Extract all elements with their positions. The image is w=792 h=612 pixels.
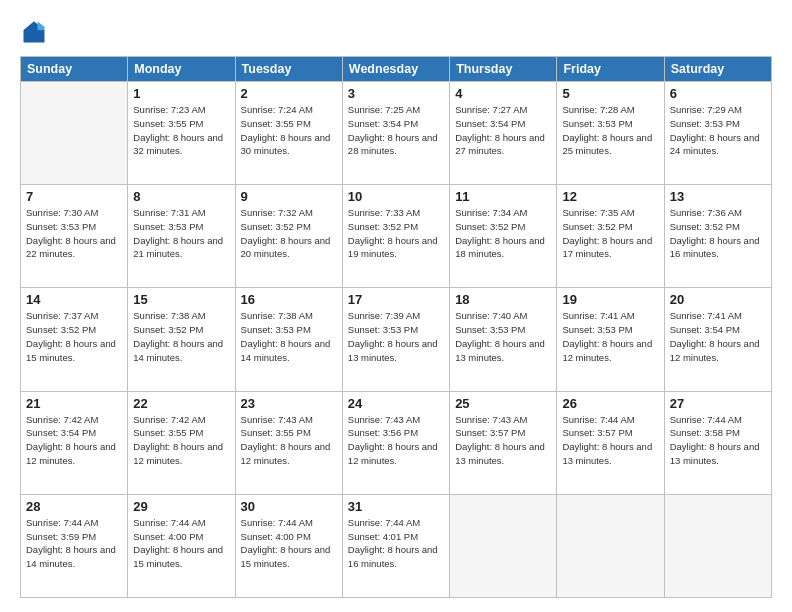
- empty-cell: [450, 494, 557, 597]
- calendar: SundayMondayTuesdayWednesdayThursdayFrid…: [20, 56, 772, 598]
- day-number: 18: [455, 292, 551, 307]
- day-info: Sunrise: 7:39 AMSunset: 3:53 PMDaylight:…: [348, 309, 444, 364]
- day-number: 6: [670, 86, 766, 101]
- day-number: 30: [241, 499, 337, 514]
- empty-cell: [664, 494, 771, 597]
- day-info: Sunrise: 7:35 AMSunset: 3:52 PMDaylight:…: [562, 206, 658, 261]
- day-cell-13: 13Sunrise: 7:36 AMSunset: 3:52 PMDayligh…: [664, 185, 771, 288]
- day-cell-26: 26Sunrise: 7:44 AMSunset: 3:57 PMDayligh…: [557, 391, 664, 494]
- week-row-4: 21Sunrise: 7:42 AMSunset: 3:54 PMDayligh…: [21, 391, 772, 494]
- day-number: 11: [455, 189, 551, 204]
- day-info: Sunrise: 7:43 AMSunset: 3:55 PMDaylight:…: [241, 413, 337, 468]
- day-cell-22: 22Sunrise: 7:42 AMSunset: 3:55 PMDayligh…: [128, 391, 235, 494]
- day-info: Sunrise: 7:24 AMSunset: 3:55 PMDaylight:…: [241, 103, 337, 158]
- weekday-thursday: Thursday: [450, 57, 557, 82]
- day-cell-25: 25Sunrise: 7:43 AMSunset: 3:57 PMDayligh…: [450, 391, 557, 494]
- logo: [20, 18, 52, 46]
- day-info: Sunrise: 7:44 AMSunset: 4:00 PMDaylight:…: [241, 516, 337, 571]
- weekday-wednesday: Wednesday: [342, 57, 449, 82]
- day-cell-27: 27Sunrise: 7:44 AMSunset: 3:58 PMDayligh…: [664, 391, 771, 494]
- day-number: 12: [562, 189, 658, 204]
- day-info: Sunrise: 7:44 AMSunset: 4:00 PMDaylight:…: [133, 516, 229, 571]
- day-cell-23: 23Sunrise: 7:43 AMSunset: 3:55 PMDayligh…: [235, 391, 342, 494]
- weekday-saturday: Saturday: [664, 57, 771, 82]
- day-cell-30: 30Sunrise: 7:44 AMSunset: 4:00 PMDayligh…: [235, 494, 342, 597]
- day-number: 20: [670, 292, 766, 307]
- empty-cell: [557, 494, 664, 597]
- day-cell-11: 11Sunrise: 7:34 AMSunset: 3:52 PMDayligh…: [450, 185, 557, 288]
- day-number: 4: [455, 86, 551, 101]
- day-info: Sunrise: 7:28 AMSunset: 3:53 PMDaylight:…: [562, 103, 658, 158]
- day-info: Sunrise: 7:44 AMSunset: 4:01 PMDaylight:…: [348, 516, 444, 571]
- day-number: 22: [133, 396, 229, 411]
- day-info: Sunrise: 7:44 AMSunset: 3:59 PMDaylight:…: [26, 516, 122, 571]
- day-info: Sunrise: 7:40 AMSunset: 3:53 PMDaylight:…: [455, 309, 551, 364]
- day-number: 10: [348, 189, 444, 204]
- day-number: 23: [241, 396, 337, 411]
- day-number: 9: [241, 189, 337, 204]
- day-info: Sunrise: 7:31 AMSunset: 3:53 PMDaylight:…: [133, 206, 229, 261]
- day-cell-2: 2Sunrise: 7:24 AMSunset: 3:55 PMDaylight…: [235, 82, 342, 185]
- day-info: Sunrise: 7:44 AMSunset: 3:58 PMDaylight:…: [670, 413, 766, 468]
- day-info: Sunrise: 7:30 AMSunset: 3:53 PMDaylight:…: [26, 206, 122, 261]
- day-cell-6: 6Sunrise: 7:29 AMSunset: 3:53 PMDaylight…: [664, 82, 771, 185]
- day-cell-10: 10Sunrise: 7:33 AMSunset: 3:52 PMDayligh…: [342, 185, 449, 288]
- day-cell-19: 19Sunrise: 7:41 AMSunset: 3:53 PMDayligh…: [557, 288, 664, 391]
- day-cell-28: 28Sunrise: 7:44 AMSunset: 3:59 PMDayligh…: [21, 494, 128, 597]
- day-info: Sunrise: 7:25 AMSunset: 3:54 PMDaylight:…: [348, 103, 444, 158]
- day-cell-15: 15Sunrise: 7:38 AMSunset: 3:52 PMDayligh…: [128, 288, 235, 391]
- day-number: 13: [670, 189, 766, 204]
- day-cell-18: 18Sunrise: 7:40 AMSunset: 3:53 PMDayligh…: [450, 288, 557, 391]
- day-number: 5: [562, 86, 658, 101]
- day-cell-14: 14Sunrise: 7:37 AMSunset: 3:52 PMDayligh…: [21, 288, 128, 391]
- day-cell-31: 31Sunrise: 7:44 AMSunset: 4:01 PMDayligh…: [342, 494, 449, 597]
- header: [20, 18, 772, 46]
- svg-marker-2: [38, 22, 45, 31]
- day-number: 3: [348, 86, 444, 101]
- day-number: 15: [133, 292, 229, 307]
- day-cell-21: 21Sunrise: 7:42 AMSunset: 3:54 PMDayligh…: [21, 391, 128, 494]
- day-number: 31: [348, 499, 444, 514]
- weekday-sunday: Sunday: [21, 57, 128, 82]
- day-number: 7: [26, 189, 122, 204]
- day-info: Sunrise: 7:41 AMSunset: 3:53 PMDaylight:…: [562, 309, 658, 364]
- day-info: Sunrise: 7:42 AMSunset: 3:54 PMDaylight:…: [26, 413, 122, 468]
- day-info: Sunrise: 7:38 AMSunset: 3:53 PMDaylight:…: [241, 309, 337, 364]
- day-number: 21: [26, 396, 122, 411]
- day-cell-4: 4Sunrise: 7:27 AMSunset: 3:54 PMDaylight…: [450, 82, 557, 185]
- day-info: Sunrise: 7:33 AMSunset: 3:52 PMDaylight:…: [348, 206, 444, 261]
- day-info: Sunrise: 7:36 AMSunset: 3:52 PMDaylight:…: [670, 206, 766, 261]
- day-info: Sunrise: 7:27 AMSunset: 3:54 PMDaylight:…: [455, 103, 551, 158]
- day-info: Sunrise: 7:44 AMSunset: 3:57 PMDaylight:…: [562, 413, 658, 468]
- day-number: 1: [133, 86, 229, 101]
- day-info: Sunrise: 7:34 AMSunset: 3:52 PMDaylight:…: [455, 206, 551, 261]
- day-cell-3: 3Sunrise: 7:25 AMSunset: 3:54 PMDaylight…: [342, 82, 449, 185]
- day-cell-24: 24Sunrise: 7:43 AMSunset: 3:56 PMDayligh…: [342, 391, 449, 494]
- weekday-header-row: SundayMondayTuesdayWednesdayThursdayFrid…: [21, 57, 772, 82]
- day-number: 2: [241, 86, 337, 101]
- weekday-friday: Friday: [557, 57, 664, 82]
- day-cell-20: 20Sunrise: 7:41 AMSunset: 3:54 PMDayligh…: [664, 288, 771, 391]
- day-info: Sunrise: 7:29 AMSunset: 3:53 PMDaylight:…: [670, 103, 766, 158]
- week-row-3: 14Sunrise: 7:37 AMSunset: 3:52 PMDayligh…: [21, 288, 772, 391]
- day-info: Sunrise: 7:23 AMSunset: 3:55 PMDaylight:…: [133, 103, 229, 158]
- day-number: 16: [241, 292, 337, 307]
- day-cell-5: 5Sunrise: 7:28 AMSunset: 3:53 PMDaylight…: [557, 82, 664, 185]
- day-number: 27: [670, 396, 766, 411]
- weekday-tuesday: Tuesday: [235, 57, 342, 82]
- day-number: 19: [562, 292, 658, 307]
- page: SundayMondayTuesdayWednesdayThursdayFrid…: [0, 0, 792, 612]
- day-number: 14: [26, 292, 122, 307]
- day-info: Sunrise: 7:32 AMSunset: 3:52 PMDaylight:…: [241, 206, 337, 261]
- empty-cell: [21, 82, 128, 185]
- day-cell-9: 9Sunrise: 7:32 AMSunset: 3:52 PMDaylight…: [235, 185, 342, 288]
- day-cell-12: 12Sunrise: 7:35 AMSunset: 3:52 PMDayligh…: [557, 185, 664, 288]
- day-cell-7: 7Sunrise: 7:30 AMSunset: 3:53 PMDaylight…: [21, 185, 128, 288]
- day-info: Sunrise: 7:42 AMSunset: 3:55 PMDaylight:…: [133, 413, 229, 468]
- day-cell-29: 29Sunrise: 7:44 AMSunset: 4:00 PMDayligh…: [128, 494, 235, 597]
- week-row-1: 1Sunrise: 7:23 AMSunset: 3:55 PMDaylight…: [21, 82, 772, 185]
- day-cell-16: 16Sunrise: 7:38 AMSunset: 3:53 PMDayligh…: [235, 288, 342, 391]
- day-info: Sunrise: 7:37 AMSunset: 3:52 PMDaylight:…: [26, 309, 122, 364]
- day-number: 17: [348, 292, 444, 307]
- day-cell-17: 17Sunrise: 7:39 AMSunset: 3:53 PMDayligh…: [342, 288, 449, 391]
